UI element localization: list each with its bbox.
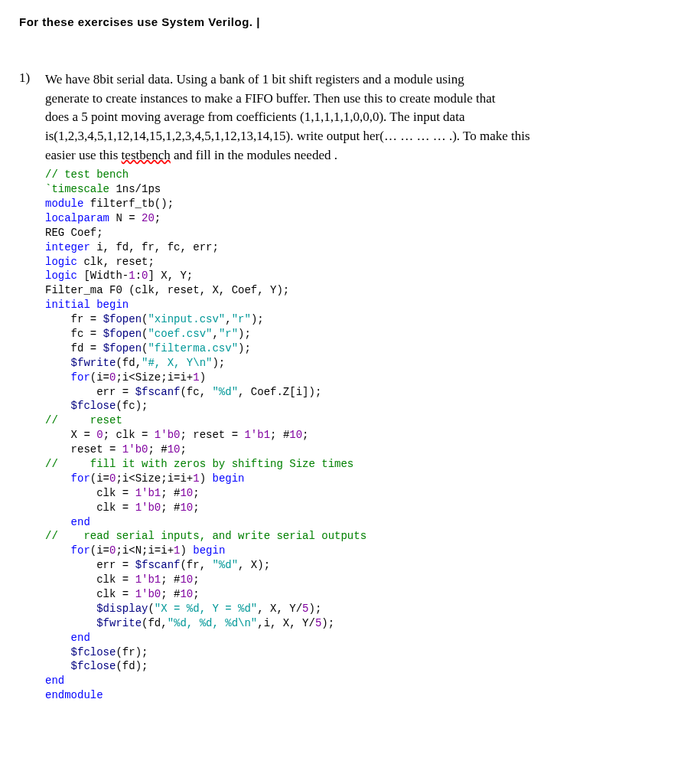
code-token: err = bbox=[45, 559, 135, 571]
code-token: , bbox=[212, 328, 218, 340]
code-token: localparam bbox=[45, 212, 116, 224]
code-token: 10 bbox=[289, 429, 302, 441]
code-token: ; reset = bbox=[180, 429, 244, 441]
code-token: clk, reset; bbox=[83, 256, 154, 268]
code-token: clk = bbox=[45, 487, 135, 499]
code-token: (fc); bbox=[116, 400, 148, 412]
code-token: 1 bbox=[193, 472, 199, 485]
code-token: logic bbox=[45, 270, 83, 282]
code-token: , X); bbox=[238, 559, 270, 571]
code-block: // test bench `timescale 1ns/1ps module … bbox=[45, 168, 697, 703]
code-token: fd = bbox=[45, 342, 103, 354]
code-token: (fr, bbox=[180, 559, 212, 571]
code-token: 10 bbox=[180, 487, 193, 499]
code-token: $fopen bbox=[103, 342, 142, 354]
code-token: ); bbox=[308, 603, 321, 615]
code-token: (); bbox=[155, 198, 174, 210]
question-number: 1) bbox=[19, 70, 45, 86]
code-token: 1 bbox=[193, 371, 199, 384]
code-token: $fclose bbox=[71, 660, 116, 672]
code-token: (fd, bbox=[116, 357, 142, 369]
code-token: (fc, bbox=[180, 386, 212, 398]
code-token: filterf_tb bbox=[90, 198, 155, 210]
code-token: $fopen bbox=[103, 313, 142, 325]
prose-line-1: We have 8bit serial data. Using a bank o… bbox=[45, 72, 464, 87]
code-token: ] X, Y; bbox=[148, 270, 193, 282]
code-token: ); bbox=[212, 357, 225, 369]
code-token: "%d, %d, %d\n" bbox=[168, 617, 258, 629]
code-token: // reset bbox=[45, 414, 122, 426]
code-token: for bbox=[45, 371, 90, 384]
code-token: 0 bbox=[96, 429, 103, 441]
code-token: "filterma.csv" bbox=[148, 342, 238, 354]
code-token: [Width- bbox=[83, 270, 129, 282]
prose-line-3: does a 5 point moving average from coeff… bbox=[45, 109, 464, 124]
code-token: module bbox=[45, 198, 90, 210]
code-token: 1'b0 bbox=[122, 443, 148, 456]
code-token: (i= bbox=[90, 544, 109, 557]
code-token: clk = bbox=[45, 501, 135, 514]
code-token: $fscanf bbox=[135, 386, 181, 398]
code-token: err = bbox=[45, 386, 135, 398]
code-token: clk = bbox=[45, 573, 135, 586]
code-token: , X, Y/ bbox=[257, 603, 302, 615]
code-token: ,i, X, Y/ bbox=[257, 617, 315, 629]
code-token: : bbox=[135, 270, 142, 282]
code-token: // test bench bbox=[45, 168, 129, 181]
code-token: $fscanf bbox=[135, 559, 181, 571]
prose-line-5b: and fill in the modules needed . bbox=[171, 148, 337, 162]
code-token: (fr); bbox=[116, 646, 148, 658]
code-token: // read serial inputs, and write serial … bbox=[45, 530, 366, 542]
code-token: "r" bbox=[219, 328, 238, 340]
code-token: 10 bbox=[180, 588, 193, 600]
code-token: end bbox=[45, 516, 90, 528]
code-token: $fwrite bbox=[71, 357, 116, 369]
code-token: $fclose bbox=[71, 400, 116, 412]
code-token: fc = bbox=[45, 328, 103, 340]
code-token: for bbox=[45, 544, 90, 557]
code-token: 1'b0 bbox=[135, 501, 161, 514]
code-token: , Coef.Z[i]); bbox=[238, 386, 321, 398]
spellcheck-word: testbench bbox=[122, 148, 171, 162]
code-token: 1'b1 bbox=[244, 429, 270, 441]
code-token: ; # bbox=[270, 429, 289, 441]
code-token: ;i<N;i=i+ bbox=[116, 544, 174, 557]
code-token: ; clk = bbox=[103, 429, 155, 441]
code-token: 1'b0 bbox=[155, 429, 181, 441]
code-token: 10 bbox=[168, 443, 181, 456]
code-token: ); bbox=[238, 328, 251, 340]
code-token: integer bbox=[45, 241, 96, 253]
code-token: 1'b1 bbox=[135, 573, 161, 586]
code-token: ); bbox=[251, 313, 264, 325]
code-token: 10 bbox=[180, 573, 193, 586]
code-token: "coef.csv" bbox=[148, 328, 212, 340]
code-token bbox=[45, 660, 71, 672]
code-token: $fclose bbox=[71, 646, 116, 658]
prose-line-5a: easier use this bbox=[45, 148, 122, 162]
code-token: "xinput.csv" bbox=[148, 313, 225, 325]
code-token: ; bbox=[193, 573, 199, 586]
question-body: We have 8bit serial data. Using a bank o… bbox=[45, 70, 697, 703]
code-token: clk = bbox=[45, 588, 135, 600]
code-token: 10 bbox=[180, 501, 193, 514]
code-token: $fopen bbox=[103, 328, 142, 340]
code-token: "X = %d, Y = %d" bbox=[155, 603, 257, 615]
code-token: 1'b0 bbox=[135, 588, 161, 600]
code-token: for bbox=[45, 472, 90, 485]
code-token: 20 bbox=[142, 212, 155, 224]
code-token: ) bbox=[180, 544, 193, 557]
code-token: ; # bbox=[148, 443, 167, 456]
prose-line-2: generate to create instances to make a F… bbox=[45, 91, 496, 106]
code-token: X = bbox=[45, 429, 96, 441]
question-text: We have 8bit serial data. Using a bank o… bbox=[45, 70, 697, 165]
code-token: ; # bbox=[161, 573, 180, 586]
code-token: (i= bbox=[90, 472, 109, 485]
code-token: (i= bbox=[90, 371, 109, 384]
code-token: "#, X, Y\n" bbox=[142, 357, 212, 369]
code-token: ; # bbox=[161, 501, 180, 514]
code-token: 1'b1 bbox=[135, 487, 161, 499]
code-token: fr = bbox=[45, 313, 103, 325]
code-token: endmodule bbox=[45, 689, 103, 701]
code-token: , bbox=[225, 313, 231, 325]
code-token: "%d" bbox=[212, 559, 238, 571]
